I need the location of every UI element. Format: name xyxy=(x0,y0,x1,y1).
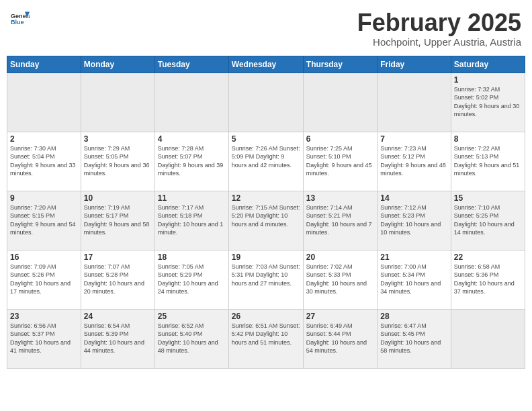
day-number: 5 xyxy=(232,134,300,144)
calendar-cell: 11Sunrise: 7:17 AM Sunset: 5:18 PM Dayli… xyxy=(154,191,228,250)
day-number: 24 xyxy=(84,312,152,321)
calendar-cell: 25Sunrise: 6:52 AM Sunset: 5:40 PM Dayli… xyxy=(154,309,228,368)
day-info: Sunrise: 7:02 AM Sunset: 5:33 PM Dayligh… xyxy=(306,263,374,296)
day-number: 11 xyxy=(158,193,226,203)
day-number: 12 xyxy=(232,193,300,203)
calendar-cell: 15Sunrise: 7:10 AM Sunset: 5:25 PM Dayli… xyxy=(451,191,525,250)
calendar-cell: 10Sunrise: 7:19 AM Sunset: 5:17 PM Dayli… xyxy=(81,191,154,250)
calendar-cell: 3Sunrise: 7:29 AM Sunset: 5:05 PM Daylig… xyxy=(81,132,154,191)
calendar-cell: 27Sunrise: 6:49 AM Sunset: 5:44 PM Dayli… xyxy=(303,309,377,368)
day-number: 14 xyxy=(380,193,447,203)
calendar-cell: 23Sunrise: 6:56 AM Sunset: 5:37 PM Dayli… xyxy=(7,309,81,368)
week-row-5: 23Sunrise: 6:56 AM Sunset: 5:37 PM Dayli… xyxy=(7,309,525,368)
day-number: 15 xyxy=(454,193,522,203)
day-info: Sunrise: 7:30 AM Sunset: 5:04 PM Dayligh… xyxy=(10,144,78,178)
day-number: 25 xyxy=(158,312,226,321)
day-number: 1 xyxy=(454,75,522,85)
day-number: 13 xyxy=(306,193,374,203)
day-number: 23 xyxy=(10,312,78,321)
weekday-thursday: Thursday xyxy=(303,56,377,73)
calendar-cell: 26Sunrise: 6:51 AM Sunset: 5:42 PM Dayli… xyxy=(228,309,303,368)
svg-text:Blue: Blue xyxy=(11,19,24,26)
day-number: 17 xyxy=(84,253,152,262)
day-number: 26 xyxy=(232,312,300,321)
day-info: Sunrise: 7:07 AM Sunset: 5:28 PM Dayligh… xyxy=(84,263,152,296)
day-info: Sunrise: 7:17 AM Sunset: 5:18 PM Dayligh… xyxy=(158,203,226,237)
weekday-tuesday: Tuesday xyxy=(154,56,228,73)
day-number: 16 xyxy=(10,253,78,262)
day-number: 8 xyxy=(454,134,522,144)
day-info: Sunrise: 7:20 AM Sunset: 5:15 PM Dayligh… xyxy=(10,203,78,237)
calendar-cell: 1Sunrise: 7:32 AM Sunset: 5:02 PM Daylig… xyxy=(451,73,525,132)
day-info: Sunrise: 7:15 AM Sunset: 5:20 PM Dayligh… xyxy=(232,203,300,229)
day-number: 4 xyxy=(158,134,226,144)
day-number: 20 xyxy=(306,253,374,262)
calendar-cell xyxy=(303,73,377,132)
calendar-cell: 12Sunrise: 7:15 AM Sunset: 5:20 PM Dayli… xyxy=(228,191,303,250)
day-info: Sunrise: 6:47 AM Sunset: 5:45 PM Dayligh… xyxy=(380,322,447,355)
location: Hochpoint, Upper Austria, Austria xyxy=(357,36,521,48)
weekday-wednesday: Wednesday xyxy=(228,56,303,73)
calendar-cell: 6Sunrise: 7:25 AM Sunset: 5:10 PM Daylig… xyxy=(303,132,377,191)
calendar-cell: 21Sunrise: 7:00 AM Sunset: 5:34 PM Dayli… xyxy=(378,250,451,309)
day-number: 2 xyxy=(10,134,78,144)
calendar-cell: 16Sunrise: 7:09 AM Sunset: 5:26 PM Dayli… xyxy=(7,250,81,309)
day-info: Sunrise: 7:28 AM Sunset: 5:07 PM Dayligh… xyxy=(158,144,226,178)
day-number: 27 xyxy=(306,312,374,321)
day-info: Sunrise: 7:32 AM Sunset: 5:02 PM Dayligh… xyxy=(454,85,522,119)
calendar-cell xyxy=(7,73,81,132)
calendar-cell xyxy=(81,73,154,132)
month-title: February 2025 xyxy=(357,9,521,36)
calendar-cell xyxy=(154,73,228,132)
calendar-cell: 24Sunrise: 6:54 AM Sunset: 5:39 PM Dayli… xyxy=(81,309,154,368)
day-info: Sunrise: 7:14 AM Sunset: 5:21 PM Dayligh… xyxy=(306,203,374,237)
calendar-cell: 22Sunrise: 6:58 AM Sunset: 5:36 PM Dayli… xyxy=(451,250,525,309)
calendar-cell xyxy=(378,73,451,132)
weekday-monday: Monday xyxy=(81,56,154,73)
calendar-cell: 13Sunrise: 7:14 AM Sunset: 5:21 PM Dayli… xyxy=(303,191,377,250)
weekday-saturday: Saturday xyxy=(451,56,525,73)
weekday-friday: Friday xyxy=(378,56,451,73)
calendar-cell: 9Sunrise: 7:20 AM Sunset: 5:15 PM Daylig… xyxy=(7,191,81,250)
week-row-1: 1Sunrise: 7:32 AM Sunset: 5:02 PM Daylig… xyxy=(7,73,525,132)
calendar-cell: 5Sunrise: 7:26 AM Sunset: 5:09 PM Daylig… xyxy=(228,132,303,191)
logo: General Blue xyxy=(11,9,31,28)
day-number: 7 xyxy=(380,134,447,144)
day-info: Sunrise: 6:52 AM Sunset: 5:40 PM Dayligh… xyxy=(158,322,226,355)
title-block: February 2025 Hochpoint, Upper Austria, … xyxy=(357,9,521,48)
day-number: 18 xyxy=(158,253,226,262)
week-row-3: 9Sunrise: 7:20 AM Sunset: 5:15 PM Daylig… xyxy=(7,191,525,250)
day-info: Sunrise: 6:49 AM Sunset: 5:44 PM Dayligh… xyxy=(306,322,374,355)
day-info: Sunrise: 7:29 AM Sunset: 5:05 PM Dayligh… xyxy=(84,144,152,178)
day-number: 28 xyxy=(380,312,447,321)
day-number: 19 xyxy=(232,253,300,262)
page-header: General Blue February 2025 Hochpoint, Up… xyxy=(7,7,525,50)
calendar-cell: 17Sunrise: 7:07 AM Sunset: 5:28 PM Dayli… xyxy=(81,250,154,309)
day-info: Sunrise: 7:25 AM Sunset: 5:10 PM Dayligh… xyxy=(306,144,374,178)
week-row-2: 2Sunrise: 7:30 AM Sunset: 5:04 PM Daylig… xyxy=(7,132,525,191)
weekday-header-row: SundayMondayTuesdayWednesdayThursdayFrid… xyxy=(7,56,525,73)
calendar-cell xyxy=(451,309,525,368)
week-row-4: 16Sunrise: 7:09 AM Sunset: 5:26 PM Dayli… xyxy=(7,250,525,309)
day-info: Sunrise: 7:09 AM Sunset: 5:26 PM Dayligh… xyxy=(10,263,78,296)
calendar-cell: 8Sunrise: 7:22 AM Sunset: 5:13 PM Daylig… xyxy=(451,132,525,191)
day-info: Sunrise: 7:22 AM Sunset: 5:13 PM Dayligh… xyxy=(454,144,522,178)
calendar-cell: 19Sunrise: 7:03 AM Sunset: 5:31 PM Dayli… xyxy=(228,250,303,309)
weekday-sunday: Sunday xyxy=(7,56,81,73)
day-info: Sunrise: 7:26 AM Sunset: 5:09 PM Dayligh… xyxy=(232,144,300,170)
day-number: 10 xyxy=(84,193,152,203)
day-info: Sunrise: 7:19 AM Sunset: 5:17 PM Dayligh… xyxy=(84,203,152,237)
calendar-cell: 20Sunrise: 7:02 AM Sunset: 5:33 PM Dayli… xyxy=(303,250,377,309)
calendar-cell: 18Sunrise: 7:05 AM Sunset: 5:29 PM Dayli… xyxy=(154,250,228,309)
calendar-cell: 2Sunrise: 7:30 AM Sunset: 5:04 PM Daylig… xyxy=(7,132,81,191)
day-info: Sunrise: 7:10 AM Sunset: 5:25 PM Dayligh… xyxy=(454,203,522,237)
calendar-cell xyxy=(228,73,303,132)
day-info: Sunrise: 6:58 AM Sunset: 5:36 PM Dayligh… xyxy=(454,263,522,296)
calendar-cell: 14Sunrise: 7:12 AM Sunset: 5:23 PM Dayli… xyxy=(378,191,451,250)
day-info: Sunrise: 7:05 AM Sunset: 5:29 PM Dayligh… xyxy=(158,263,226,296)
day-info: Sunrise: 7:00 AM Sunset: 5:34 PM Dayligh… xyxy=(380,263,447,296)
calendar-cell: 4Sunrise: 7:28 AM Sunset: 5:07 PM Daylig… xyxy=(154,132,228,191)
day-info: Sunrise: 7:03 AM Sunset: 5:31 PM Dayligh… xyxy=(232,263,300,288)
day-number: 6 xyxy=(306,134,374,144)
calendar-table: SundayMondayTuesdayWednesdayThursdayFrid… xyxy=(7,56,525,369)
